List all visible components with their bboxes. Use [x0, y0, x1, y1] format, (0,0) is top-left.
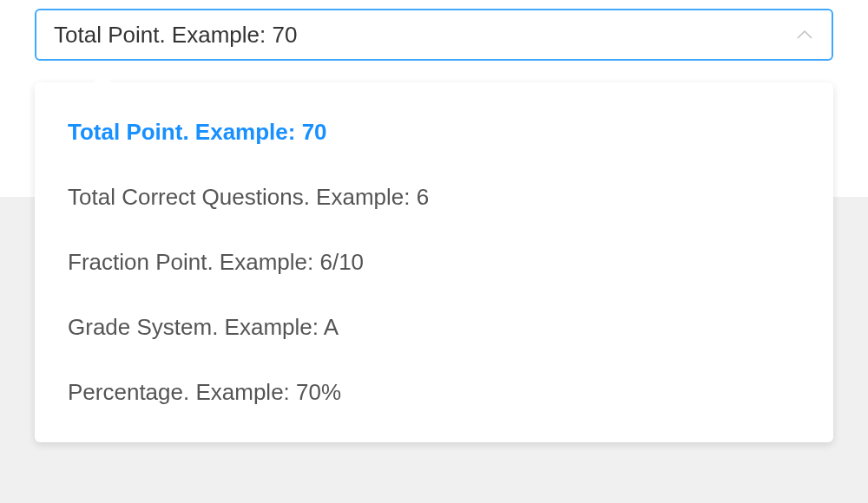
dropdown-item-label: Total Point. Example: 70 [68, 119, 327, 145]
dropdown-item-fraction-point[interactable]: Fraction Point. Example: 6/10 [35, 230, 833, 295]
dropdown-item-grade-system[interactable]: Grade System. Example: A [35, 295, 833, 360]
dropdown-item-total-point[interactable]: Total Point. Example: 70 [35, 100, 833, 165]
grading-type-select[interactable]: Total Point. Example: 70 [35, 9, 833, 61]
dropdown-item-label: Percentage. Example: 70% [68, 379, 341, 405]
dropdown-panel: Total Point. Example: 70 Total Correct Q… [35, 82, 833, 442]
dropdown-item-label: Grade System. Example: A [68, 314, 339, 340]
dropdown-item-percentage[interactable]: Percentage. Example: 70% [35, 360, 833, 425]
dropdown-item-total-correct-questions[interactable]: Total Correct Questions. Example: 6 [35, 165, 833, 230]
dropdown-arrow-icon [94, 74, 111, 82]
select-wrapper: Total Point. Example: 70 [35, 9, 833, 61]
page-container: Total Point. Example: 70 Total Point. Ex… [0, 0, 868, 503]
chevron-up-icon [795, 25, 814, 44]
dropdown-item-label: Fraction Point. Example: 6/10 [68, 249, 364, 275]
dropdown-item-label: Total Correct Questions. Example: 6 [68, 184, 429, 210]
select-selected-value: Total Point. Example: 70 [54, 22, 795, 49]
